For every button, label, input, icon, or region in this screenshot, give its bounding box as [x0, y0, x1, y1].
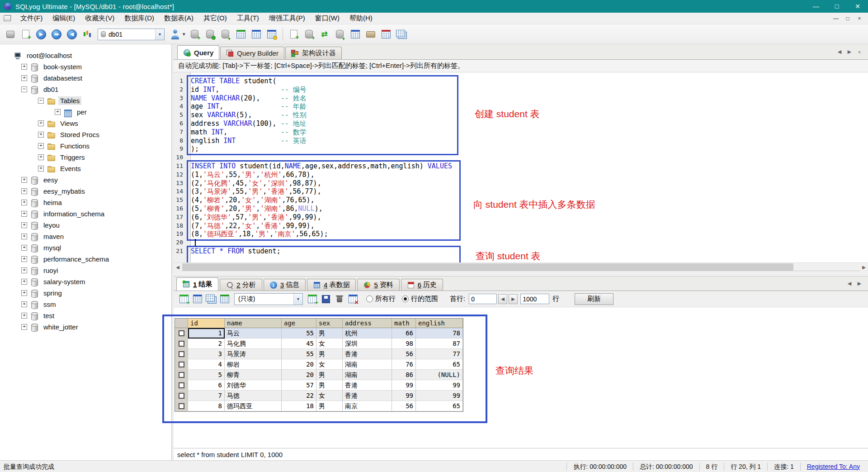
database-selector[interactable]: db01▾	[98, 29, 165, 40]
tree-item-eesy[interactable]: +eesy	[0, 174, 171, 186]
grid-cell[interactable]: 6	[188, 380, 225, 391]
tab-架构设计器[interactable]: 架构设计器	[285, 47, 342, 59]
tab-scroll-right-icon[interactable]: ▶	[844, 48, 854, 57]
refresh-resultset-icon[interactable]	[219, 293, 231, 305]
create-database-icon[interactable]	[189, 28, 201, 41]
migration-tool-icon[interactable]	[349, 28, 362, 41]
tree-item-stored-procs[interactable]: +Stored Procs	[0, 129, 171, 140]
save-changes-icon[interactable]	[320, 293, 332, 305]
tree-item-maven[interactable]: +maven	[0, 231, 171, 242]
expand-icon[interactable]: +	[38, 154, 44, 160]
expand-icon[interactable]: +	[21, 75, 27, 81]
menu-item-4[interactable]: 数据库(D)	[119, 13, 159, 24]
query-builder-icon2[interactable]	[303, 28, 316, 41]
grid-column-header-id[interactable]: id	[188, 319, 225, 328]
mdi-restore-icon[interactable]: □	[842, 14, 854, 23]
grid-cell[interactable]: 马云	[225, 328, 282, 339]
grid-cell[interactable]: 女	[316, 391, 343, 401]
grid-cell[interactable]: 深圳	[343, 339, 392, 349]
radio-all-rows[interactable]: 所有行	[366, 295, 396, 303]
copy-resultset-icon[interactable]	[192, 293, 203, 305]
expand-icon[interactable]: +	[55, 109, 61, 115]
row-selector-cell[interactable]	[175, 370, 188, 380]
grid-cell[interactable]: 57	[282, 380, 316, 391]
scheduled-backup-icon[interactable]	[380, 28, 392, 41]
grid-cell[interactable]: 8	[188, 401, 225, 411]
tree-item-events[interactable]: +Events	[0, 163, 171, 174]
schema-designer-icon2[interactable]	[288, 28, 300, 41]
grid-cell[interactable]: 99	[392, 391, 416, 401]
grid-cell[interactable]: 56	[392, 401, 416, 411]
row-selector-cell[interactable]	[175, 328, 188, 339]
expand-icon[interactable]: +	[38, 166, 44, 172]
row-selector-cell[interactable]	[175, 391, 188, 401]
tree-item-performance-schema[interactable]: +performance_schema	[0, 253, 171, 265]
new-query-editor-icon[interactable]	[19, 28, 32, 41]
result-tab-prev-icon[interactable]: ◀	[844, 279, 854, 288]
editor-horizontal-scrollbar[interactable]: ◀ ▶	[174, 262, 868, 271]
tree-item-leyou[interactable]: +leyou	[0, 219, 171, 231]
grid-cell[interactable]: 男	[316, 349, 343, 359]
schema-sync-icon[interactable]	[318, 28, 331, 41]
radio-row-range[interactable]: 行的范围	[402, 295, 438, 303]
grid-cell[interactable]: 2	[188, 339, 225, 349]
expand-icon[interactable]: +	[21, 313, 27, 319]
menu-item-5[interactable]: 数据表(A)	[159, 13, 198, 24]
page-prev-icon[interactable]: ◀	[498, 294, 507, 304]
grid-cell[interactable]: 男	[316, 380, 343, 391]
tree-item-mysql[interactable]: +mysql	[0, 242, 171, 253]
collapse-icon[interactable]: −	[21, 86, 27, 92]
row-selector-cell[interactable]	[175, 401, 188, 411]
menu-item-10[interactable]: 帮助(H)	[344, 13, 377, 24]
result-tab-4[interactable]: 4表数据	[307, 279, 356, 291]
row-selector-cell[interactable]	[175, 359, 188, 370]
menu-item-3[interactable]: 收藏夹(V)	[80, 13, 119, 24]
expand-icon[interactable]: +	[21, 64, 27, 70]
row-checkbox[interactable]	[179, 393, 184, 399]
grid-cell[interactable]: 杭州	[343, 328, 392, 339]
result-tab-3[interactable]: 3信息	[264, 279, 306, 291]
expand-icon[interactable]: +	[21, 279, 27, 285]
create-table-icon[interactable]	[250, 28, 263, 41]
row-checkbox[interactable]	[179, 341, 184, 347]
result-tab-6[interactable]: 6历史	[401, 279, 443, 291]
grid-cell[interactable]: (NULL)	[416, 370, 463, 380]
grid-cell[interactable]: 男	[316, 328, 343, 339]
tree-item-per[interactable]: +per	[0, 106, 171, 118]
grid-cell[interactable]: 柳青	[225, 370, 282, 380]
execute-all-queries-icon[interactable]	[50, 28, 63, 41]
grid-cell[interactable]: 湖南	[343, 359, 392, 370]
row-limit-input[interactable]	[520, 294, 549, 304]
grid-column-header-english[interactable]: english	[416, 319, 463, 328]
expand-icon[interactable]: +	[21, 245, 27, 251]
grid-cell[interactable]: 4	[188, 359, 225, 370]
grid-cell[interactable]: 湖南	[343, 370, 392, 380]
expand-icon[interactable]: +	[21, 222, 27, 228]
row-checkbox[interactable]	[179, 403, 184, 409]
menu-item-7[interactable]: 工具(T)	[232, 13, 264, 24]
expand-icon[interactable]: +	[21, 324, 27, 330]
grid-cell[interactable]: 65	[416, 401, 463, 411]
minimize-button[interactable]: —	[806, 0, 826, 13]
grid-cell[interactable]: 56	[392, 349, 416, 359]
backup-database-icon[interactable]	[219, 28, 232, 41]
menu-item-1[interactable]: 文件(F)	[15, 13, 47, 24]
scroll-left-icon[interactable]: ◀	[174, 263, 182, 271]
delete-row-icon[interactable]	[334, 293, 345, 305]
query-profiler-icon[interactable]	[81, 28, 94, 41]
expand-icon[interactable]: +	[38, 120, 44, 126]
grid-cell[interactable]: 男	[316, 401, 343, 411]
grid-cell[interactable]: 香港	[343, 380, 392, 391]
tree-item-databasetest[interactable]: +databasetest	[0, 72, 171, 84]
result-tab-5[interactable]: 5资料	[357, 279, 399, 291]
grid-cell[interactable]: 女	[316, 339, 343, 349]
grid-cell[interactable]: 香港	[343, 349, 392, 359]
result-tab-1[interactable]: 1结果	[176, 277, 218, 291]
grid-cell[interactable]: 99	[416, 380, 463, 391]
grid-cell[interactable]: 45	[282, 339, 316, 349]
grid-cell[interactable]: 99	[416, 391, 463, 401]
grid-cell[interactable]: 5	[188, 370, 225, 380]
tab-close-icon[interactable]: ×	[854, 48, 864, 57]
row-checkbox[interactable]	[179, 330, 184, 336]
export-resultset-icon[interactable]	[178, 293, 190, 305]
